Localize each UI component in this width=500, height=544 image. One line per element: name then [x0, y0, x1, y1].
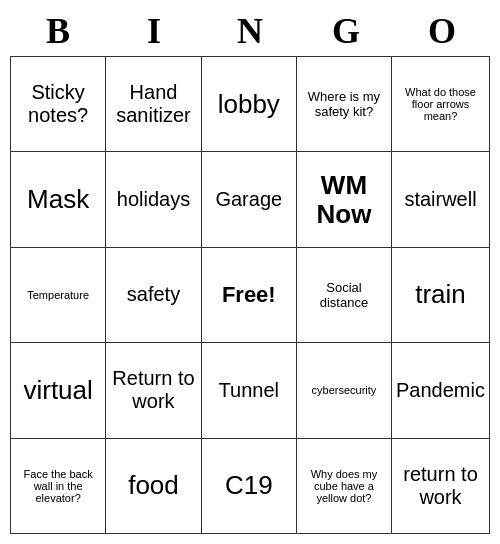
cell-r3-c0: virtual: [11, 343, 106, 438]
cell-r1-c2: Garage: [201, 152, 296, 247]
cell-r1-c4: stairwell: [392, 152, 490, 247]
cell-r0-c2: lobby: [201, 57, 296, 152]
cell-r3-c1: Return to work: [106, 343, 201, 438]
header-o: O: [394, 10, 490, 52]
cell-r1-c3: WM Now: [296, 152, 391, 247]
cell-r2-c1: safety: [106, 247, 201, 342]
cell-r4-c1: food: [106, 438, 201, 533]
cell-r1-c0: Mask: [11, 152, 106, 247]
header-g: G: [298, 10, 394, 52]
cell-r0-c0: Sticky notes?: [11, 57, 106, 152]
cell-r0-c4: What do those floor arrows mean?: [392, 57, 490, 152]
cell-r3-c2: Tunnel: [201, 343, 296, 438]
cell-r2-c0: Temperature: [11, 247, 106, 342]
cell-r2-c3: Social distance: [296, 247, 391, 342]
bingo-grid: Sticky notes?Hand sanitizerlobbyWhere is…: [10, 56, 490, 534]
bingo-header: B I N G O: [10, 10, 490, 52]
header-n: N: [202, 10, 298, 52]
cell-r3-c4: Pandemic: [392, 343, 490, 438]
cell-r1-c1: holidays: [106, 152, 201, 247]
cell-r3-c3: cybersecurity: [296, 343, 391, 438]
cell-r4-c3: Why does my cube have a yellow dot?: [296, 438, 391, 533]
cell-r4-c0: Face the back wall in the elevator?: [11, 438, 106, 533]
cell-r4-c2: C19: [201, 438, 296, 533]
header-b: B: [10, 10, 106, 52]
cell-r0-c3: Where is my safety kit?: [296, 57, 391, 152]
cell-r4-c4: return to work: [392, 438, 490, 533]
cell-r2-c4: train: [392, 247, 490, 342]
header-i: I: [106, 10, 202, 52]
cell-r2-c2: Free!: [201, 247, 296, 342]
cell-r0-c1: Hand sanitizer: [106, 57, 201, 152]
